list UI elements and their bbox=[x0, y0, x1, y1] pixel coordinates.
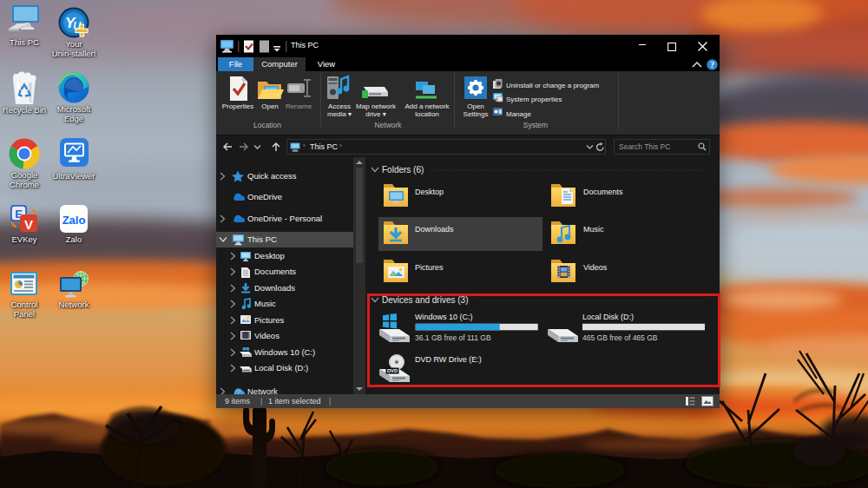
svg-text:Zalo: Zalo bbox=[62, 214, 86, 227]
svg-text:?: ? bbox=[710, 61, 714, 69]
svg-text:V: V bbox=[24, 217, 33, 232]
